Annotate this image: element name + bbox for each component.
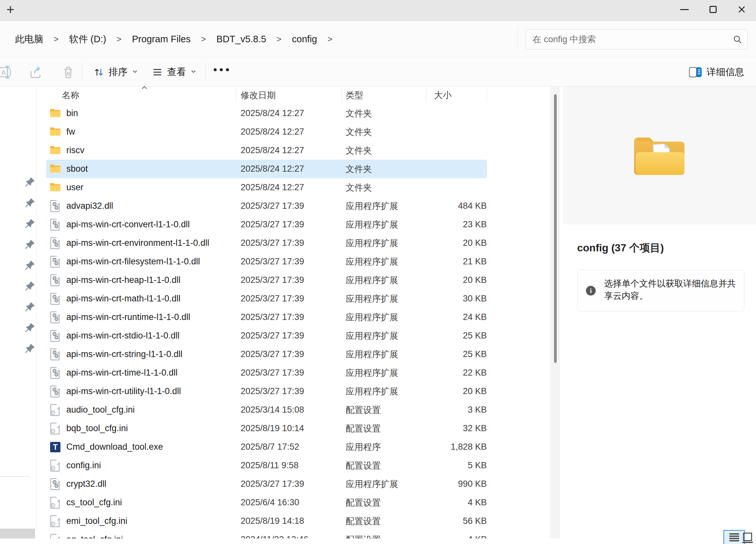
table-row[interactable]: sboot 2025/8/24 12:27 文件夹	[46, 160, 487, 178]
pinned-item-pin-icon[interactable]	[24, 218, 36, 230]
pinned-item-pin-icon[interactable]	[24, 343, 36, 354]
maximize-button[interactable]	[699, 0, 727, 19]
column-separator[interactable]	[236, 88, 236, 102]
file-date: 2025/3/27 17:39	[241, 308, 304, 326]
pinned-item-pin-icon[interactable]	[24, 322, 36, 334]
column-separator[interactable]	[487, 88, 487, 102]
file-date: 2025/8/19 10:14	[241, 419, 304, 438]
table-row[interactable]: fw 2025/8/24 12:27 文件夹	[46, 123, 487, 141]
breadcrumb-item-2[interactable]: Program Files	[127, 30, 196, 48]
file-type: 应用程序扩展	[346, 271, 398, 289]
column-header-date[interactable]: 修改日期	[241, 86, 276, 104]
address-bar: 此电脑>软件 (D:)>Program Files>BDT_v5.8.5>con…	[0, 21, 756, 57]
table-row[interactable]: ⚙⚙ api-ms-win-crt-heap-l1-1-0.dll 2025/3…	[46, 271, 487, 289]
rename-button[interactable]: A	[0, 62, 16, 83]
column-header-type[interactable]: 类型	[346, 86, 363, 104]
large-icons-view-button[interactable]	[742, 533, 753, 544]
breadcrumb-item-4[interactable]: config	[287, 30, 322, 48]
search-box[interactable]	[526, 29, 748, 49]
delete-button[interactable]	[58, 62, 79, 83]
folder-preview-icon	[632, 133, 688, 179]
file-type: 配置设置	[346, 512, 381, 530]
file-type: 应用程序扩展	[346, 364, 398, 382]
table-row[interactable]: ⚙ bqb_tool_cfg.ini 2025/8/19 10:14 配置设置 …	[46, 419, 487, 438]
sort-icon	[93, 66, 105, 78]
dll-icon: ⚙⚙	[49, 478, 61, 490]
nav-pane-border	[36, 86, 37, 544]
view-label: 查看	[167, 66, 186, 79]
pinned-item-pin-icon[interactable]	[24, 301, 36, 313]
table-row[interactable]: ⚙⚙ api-ms-win-crt-string-l1-1-0.dll 2025…	[46, 345, 487, 364]
table-row[interactable]: ⚙⚙ advapi32.dll 2025/3/27 17:39 应用程序扩展 4…	[46, 197, 487, 215]
folder-icon	[49, 108, 61, 119]
table-row[interactable]: riscv 2025/8/24 12:27 文件夹	[46, 141, 487, 160]
breadcrumb-chevron-icon[interactable]: >	[48, 34, 64, 44]
minimize-icon	[680, 9, 689, 10]
pinned-item-pin-icon[interactable]	[24, 259, 36, 271]
table-row[interactable]: ⚙⚙ api-ms-win-crt-convert-l1-1-0.dll 202…	[46, 215, 487, 234]
table-row[interactable]: ⚙⚙ api-ms-win-crt-utility-l1-1-0.dll 202…	[46, 382, 487, 401]
table-row[interactable]: user 2025/8/24 12:27 文件夹	[46, 178, 487, 197]
dll-icon: ⚙⚙	[49, 330, 61, 342]
column-separator[interactable]	[426, 88, 426, 102]
new-tab-button[interactable]: +	[3, 1, 18, 19]
minimize-button[interactable]	[670, 0, 699, 19]
table-row[interactable]: ⚙⚙ crypt32.dll 2025/3/27 17:39 应用程序扩展 99…	[46, 475, 487, 493]
file-name-cell: riscv	[49, 141, 85, 160]
table-row[interactable]: ⚙⚙ api-ms-win-crt-filesystem-l1-1-0.dll …	[46, 252, 487, 271]
file-explorer-window: + 此电脑>软件 (D:)>Program Files>BDT_v5.8.5>c…	[0, 0, 756, 544]
table-row[interactable]: ⚙⚙ api-ms-win-crt-time-l1-1-0.dll 2025/3…	[46, 364, 487, 382]
table-row[interactable]: ⚙ audio_tool_cfg.ini 2025/3/14 15:08 配置设…	[46, 401, 487, 419]
pinned-item-pin-icon[interactable]	[24, 239, 36, 250]
breadcrumb-item-0[interactable]: 此电脑	[10, 29, 48, 50]
column-header-name[interactable]: 名称	[62, 86, 79, 104]
pinned-item-pin-icon[interactable]	[24, 280, 36, 292]
pinned-item-pin-icon[interactable]	[24, 197, 36, 209]
file-name: api-ms-win-crt-time-l1-1-0.dll	[66, 368, 178, 378]
file-size: 30 KB	[410, 289, 487, 308]
column-header-size[interactable]: 大小	[434, 86, 452, 104]
window-controls	[670, 0, 756, 21]
file-date: 2025/3/27 17:39	[241, 326, 304, 345]
table-row[interactable]: ⚙⚙ api-ms-win-crt-stdio-l1-1-0.dll 2025/…	[46, 326, 487, 345]
breadcrumb-chevron-icon[interactable]: >	[322, 34, 338, 44]
view-button[interactable]: 查看	[147, 62, 202, 83]
vertical-scrollbar[interactable]	[550, 86, 560, 544]
search-icon[interactable]	[728, 34, 747, 44]
table-row[interactable]: ⚙⚙ api-ms-win-crt-environment-l1-1-0.dll…	[46, 234, 487, 252]
details-view-button[interactable]	[723, 530, 745, 544]
file-name-cell: ⚙⚙ api-ms-win-crt-time-l1-1-0.dll	[49, 364, 178, 382]
table-row[interactable]: ⚙⚙ api-ms-win-crt-math-l1-1-0.dll 2025/3…	[46, 289, 487, 308]
breadcrumb-chevron-icon[interactable]: >	[196, 34, 211, 44]
table-row[interactable]: ⚙ cs_tool_cfg.ini 2025/6/4 16:30 配置设置 4 …	[46, 493, 487, 512]
scrollbar-thumb[interactable]	[554, 94, 557, 363]
file-date: 2025/8/24 12:27	[241, 104, 304, 123]
breadcrumb-item-1[interactable]: 软件 (D:)	[64, 29, 111, 50]
search-input[interactable]	[526, 34, 728, 45]
table-row[interactable]: ⚙⚙ api-ms-win-crt-runtime-l1-1-0.dll 202…	[46, 308, 487, 326]
table-row[interactable]: bin 2025/8/24 12:27 文件夹	[46, 104, 487, 123]
file-date: 2025/3/27 17:39	[241, 364, 304, 382]
breadcrumb-chevron-icon[interactable]: >	[272, 34, 287, 44]
column-separator[interactable]	[342, 88, 342, 102]
file-date: 2025/6/4 16:30	[241, 493, 299, 512]
table-row[interactable]: T Cmd_download_tool.exe 2025/8/7 17:52 应…	[46, 438, 487, 456]
breadcrumb-item-3[interactable]: BDT_v5.8.5	[211, 30, 271, 48]
more-options-button[interactable]: •••	[212, 62, 233, 83]
table-row[interactable]: ⚙ config.ini 2025/8/11 9:58 配置设置 5 KB	[46, 456, 487, 475]
folder-icon	[49, 108, 61, 118]
close-button[interactable]	[727, 0, 756, 19]
share-button[interactable]	[25, 62, 46, 83]
ini-icon: ⚙	[49, 497, 61, 509]
folder-icon	[49, 126, 61, 137]
pinned-item-pin-icon[interactable]	[24, 176, 36, 188]
file-type: 文件夹	[346, 160, 372, 178]
sort-button[interactable]: 排序	[88, 62, 143, 83]
details-pane-toggle-button[interactable]: 详细信息	[684, 62, 749, 83]
file-name: api-ms-win-crt-runtime-l1-1-0.dll	[66, 312, 190, 322]
table-row[interactable]: ⚙ emi_tool_cfg.ini 2025/8/19 14:18 配置设置 …	[46, 512, 487, 530]
folder-icon	[49, 145, 61, 156]
file-size	[410, 104, 487, 123]
file-name: bqb_tool_cfg.ini	[66, 423, 128, 433]
breadcrumb-chevron-icon[interactable]: >	[112, 34, 127, 44]
